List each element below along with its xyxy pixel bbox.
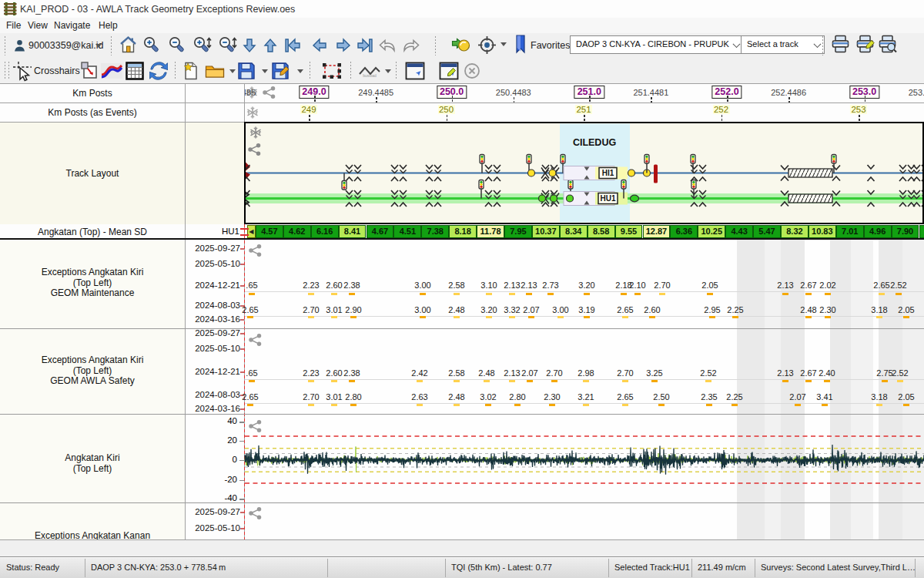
svg-text:busload: busload bbox=[363, 73, 377, 78]
